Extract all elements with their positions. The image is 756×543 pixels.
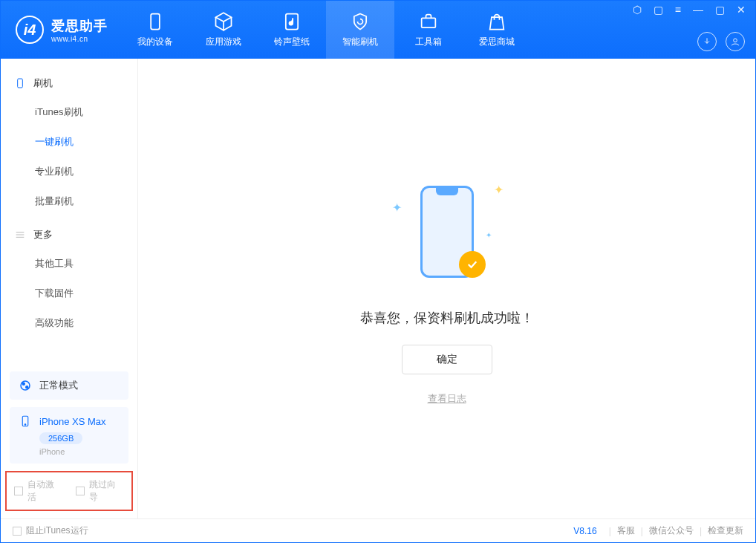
nav-tabs: 我的设备 应用游戏 铃声壁纸 智能刷机 工具箱 爱思商城 [121, 1, 531, 59]
device-info-panel[interactable]: iPhone XS Max 256GB iPhone [10, 407, 128, 464]
tab-apps-games[interactable]: 应用游戏 [189, 1, 258, 59]
view-log-link[interactable]: 查看日志 [428, 392, 466, 406]
support-link[interactable]: 客服 [617, 524, 635, 537]
device-panels: 正常模式 iPhone XS Max 256GB iPhone [1, 371, 137, 471]
tab-label: 智能刷机 [342, 36, 378, 48]
mode-icon [19, 379, 32, 392]
block-itunes-checkbox[interactable]: 阻止iTunes运行 [13, 524, 88, 537]
svg-point-6 [22, 383, 25, 385]
skip-wizard-checkbox[interactable]: 跳过向导 [76, 478, 124, 504]
cube-icon [213, 11, 234, 32]
account-button[interactable] [726, 32, 745, 51]
device-mode-label: 正常模式 [39, 379, 78, 392]
refresh-shield-icon [350, 11, 371, 32]
menu-icon[interactable]: ≡ [673, 4, 683, 16]
tab-label: 工具箱 [415, 36, 442, 48]
main-content: ✦ ✦ ✦ 恭喜您，保资料刷机成功啦！ 确定 查看日志 [138, 59, 755, 518]
sparkle-icon: ✦ [392, 201, 402, 215]
sidebar-item-pro-flash[interactable]: 专业刷机 [1, 157, 137, 186]
svg-point-7 [26, 386, 28, 388]
sidebar-header-label: 刷机 [33, 77, 53, 90]
sidebar-scroll: 刷机 iTunes刷机 一键刷机 专业刷机 批量刷机 更多 其他工具 下载固件 … [1, 59, 137, 371]
separator: | [700, 526, 702, 536]
checkbox-label: 自动激活 [27, 478, 62, 504]
ok-button[interactable]: 确定 [402, 345, 492, 374]
download-button[interactable] [697, 32, 717, 51]
device-type: iPhone [39, 447, 65, 456]
tab-my-device[interactable]: 我的设备 [121, 1, 189, 59]
checkbox-label: 跳过向导 [89, 478, 124, 504]
svg-point-9 [25, 424, 26, 426]
tab-label: 应用游戏 [206, 36, 241, 48]
sidebar-item-itunes-flash[interactable]: iTunes刷机 [1, 97, 137, 127]
svg-rect-2 [422, 18, 436, 27]
checkbox-icon [14, 487, 23, 495]
sidebar-header-more: 更多 [1, 221, 137, 249]
sidebar-header-label: 更多 [33, 228, 53, 241]
svg-point-5 [21, 381, 30, 390]
checkmark-icon [466, 258, 479, 271]
logo-icon: i4 [16, 16, 44, 44]
user-icon [730, 36, 740, 47]
logo-area: i4 爱思助手 www.i4.cn [1, 1, 121, 59]
wechat-link[interactable]: 微信公众号 [649, 524, 694, 537]
sidebar-header-flash: 刷机 [1, 69, 137, 97]
auto-activate-checkbox[interactable]: 自动激活 [14, 478, 62, 504]
sparkle-icon: ✦ [494, 183, 504, 197]
download-icon [702, 36, 712, 47]
sidebar-item-onekey-flash[interactable]: 一键刷机 [1, 127, 137, 157]
svg-rect-0 [151, 14, 160, 30]
tab-smart-flash[interactable]: 智能刷机 [326, 1, 394, 59]
skin-icon[interactable]: ⬡ [630, 4, 644, 16]
sidebar-item-batch-flash[interactable]: 批量刷机 [1, 186, 137, 216]
tab-toolbox[interactable]: 工具箱 [394, 1, 463, 59]
tab-label: 爱思商城 [479, 36, 515, 48]
svg-point-3 [734, 39, 737, 42]
tab-store[interactable]: 爱思商城 [463, 1, 531, 59]
highlighted-options-row: 自动激活 跳过向导 [5, 471, 133, 511]
footer-right: V8.16 | 客服 | 微信公众号 | 检查更新 [573, 524, 743, 537]
sidebar-item-firmware[interactable]: 下载固件 [1, 279, 137, 308]
app-domain: www.i4.cn [51, 35, 108, 43]
bag-icon [486, 11, 507, 32]
device-storage: 256GB [39, 432, 82, 444]
list-icon [14, 229, 26, 241]
sidebar-group-more: 更多 其他工具 下载固件 高级功能 [1, 221, 137, 338]
footer: 阻止iTunes运行 V8.16 | 客服 | 微信公众号 | 检查更新 [1, 518, 755, 542]
sparkle-icon: ✦ [486, 231, 492, 239]
tab-ring-wall[interactable]: 铃声壁纸 [258, 1, 326, 59]
phone-icon [14, 77, 26, 89]
music-file-icon [281, 11, 302, 32]
sidebar-group-flash: 刷机 iTunes刷机 一键刷机 专业刷机 批量刷机 [1, 69, 137, 216]
device-mode-panel[interactable]: 正常模式 [10, 371, 128, 400]
tab-label: 铃声壁纸 [274, 36, 310, 48]
window-controls-bottom [697, 32, 745, 51]
app-name: 爱思助手 [51, 17, 108, 35]
sidebar-item-advanced[interactable]: 高级功能 [1, 308, 137, 338]
feedback-icon[interactable]: ▢ [651, 4, 665, 16]
tab-label: 我的设备 [137, 36, 173, 48]
body: 刷机 iTunes刷机 一键刷机 专业刷机 批量刷机 更多 其他工具 下载固件 … [1, 59, 755, 518]
logo-text: 爱思助手 www.i4.cn [51, 17, 108, 43]
version-label: V8.16 [573, 526, 596, 536]
device-icon [145, 11, 166, 32]
check-badge-icon [459, 251, 486, 278]
maximize-button[interactable]: ▢ [713, 4, 727, 16]
window-controls-top: ⬡ ▢ ≡ — ▢ ✕ [630, 4, 748, 16]
close-button[interactable]: ✕ [734, 4, 748, 16]
success-message: 恭喜您，保资料刷机成功啦！ [360, 309, 534, 327]
device-name: iPhone XS Max [39, 416, 106, 427]
device-icon [19, 414, 32, 428]
minimize-button[interactable]: — [691, 4, 706, 16]
success-illustration: ✦ ✦ ✦ [388, 172, 506, 291]
separator: | [609, 526, 611, 536]
separator: | [641, 526, 643, 536]
sidebar: 刷机 iTunes刷机 一键刷机 专业刷机 批量刷机 更多 其他工具 下载固件 … [1, 59, 138, 518]
checkbox-icon [13, 527, 22, 536]
svg-rect-4 [18, 79, 23, 88]
sidebar-item-other-tools[interactable]: 其他工具 [1, 249, 137, 279]
app-window: i4 爱思助手 www.i4.cn 我的设备 应用游戏 铃声壁纸 智能刷机 [0, 0, 756, 543]
checkbox-icon [76, 487, 85, 495]
check-update-link[interactable]: 检查更新 [708, 524, 743, 537]
checkbox-label: 阻止iTunes运行 [26, 524, 88, 537]
